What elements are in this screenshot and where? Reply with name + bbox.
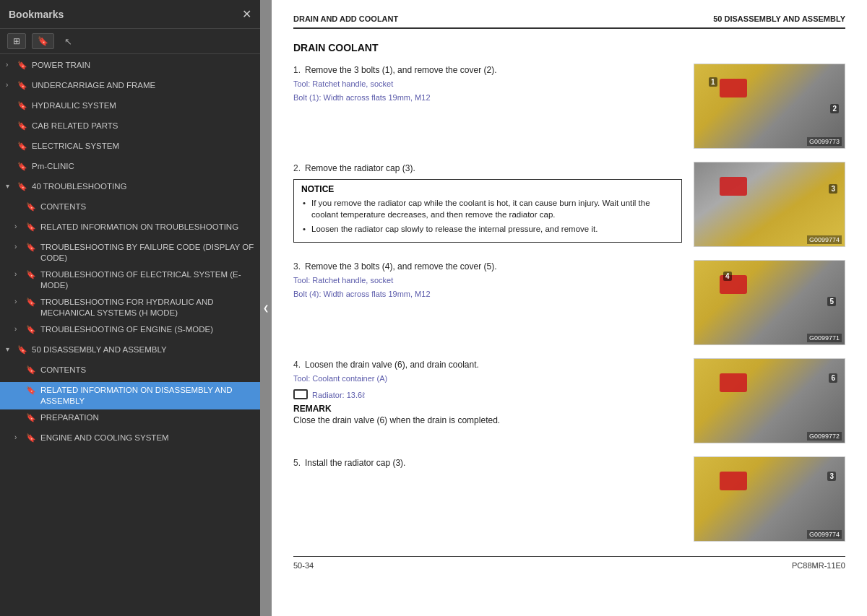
bookmark-tag-button[interactable]: 🔖	[32, 33, 54, 49]
section-title: DRAIN COOLANT	[293, 42, 845, 53]
image-code-label: G0099771	[807, 334, 842, 342]
sidebar-item-electrical[interactable]: 🔖ELECTRICAL SYSTEM	[0, 138, 260, 158]
bookmark-icon-disassembly: 🔖	[17, 345, 27, 355]
header-right: 50 DISASSEMBLY AND ASSEMBLY	[713, 14, 845, 23]
sidebar-item-disassembly[interactable]: ▾🔖50 DISASSEMBLY AND ASSEMBLY	[0, 342, 260, 362]
expand-arrow-ts-failure[interactable]: ›	[14, 243, 25, 251]
bookmark-icon-power-train: 🔖	[17, 61, 27, 70]
cursor-icon: ↖	[64, 36, 72, 47]
step-desc-5: 5.Install the radiator cap (3).	[293, 456, 682, 469]
sidebar-item-undercarriage[interactable]: ›🔖UNDERCARRIAGE AND FRAME	[0, 77, 260, 97]
bookmark-icon-ts-related: 🔖	[26, 222, 36, 232]
radiator-value: Radiator: 13.6ℓ	[312, 389, 365, 402]
bookmark-tree: ›🔖POWER TRAIN›🔖UNDERCARRIAGE AND FRAME🔖H…	[0, 54, 260, 616]
bookmark-grid-button[interactable]: ⊞	[7, 33, 26, 49]
bookmark-icon-da-related: 🔖	[26, 386, 36, 395]
step-text-1: 1.Remove the 3 bolts (1), and remove the…	[293, 64, 682, 149]
image-number-label: 2	[830, 104, 839, 113]
sidebar-item-hydraulic[interactable]: 🔖HYDRAULIC SYSTEM	[0, 97, 260, 118]
step-desc-1: 1.Remove the 3 bolts (1), and remove the…	[293, 64, 682, 77]
sidebar-label-undercarriage: UNDERCARRIAGE AND FRAME	[32, 80, 254, 91]
sidebar-item-da-contents[interactable]: 🔖CONTENTS	[0, 362, 260, 382]
expand-arrow-ts-related[interactable]: ›	[14, 222, 25, 230]
sidebar-item-ts-contents[interactable]: 🔖CONTENTS	[0, 199, 260, 219]
sidebar-label-power-train: POWER TRAIN	[32, 60, 254, 71]
sidebar: Bookmarks ✕ ⊞ 🔖 ↖ ›🔖POWER TRAIN›🔖UNDERCA…	[0, 0, 260, 616]
sidebar-item-pm-clinic[interactable]: 🔖Pm-CLINIC	[0, 158, 260, 178]
sidebar-item-da-preparation[interactable]: 🔖PREPARATION	[0, 409, 260, 430]
notice-box: NOTICEIf you remove the radiator cap whi…	[293, 179, 682, 243]
expand-arrow-power-train[interactable]: ›	[6, 61, 16, 69]
sidebar-item-ts-electrical[interactable]: ›🔖TROUBLESHOOTING OF ELECTRICAL SYSTEM (…	[0, 266, 260, 294]
remark-text: Close the drain valve (6) when the drain…	[293, 415, 500, 425]
sidebar-collapse-handle[interactable]: ❮	[260, 0, 272, 616]
step-block-3: 3.Remove the 3 bolts (4), and remove the…	[293, 260, 845, 345]
bookmark-icon-ts-engine: 🔖	[26, 325, 36, 334]
expand-arrow-ts-hydraulic[interactable]: ›	[14, 298, 25, 305]
step-detail: Bolt (4): Width across flats 19mm, M12	[293, 288, 682, 300]
header-left: DRAIN AND ADD COOLANT	[293, 14, 398, 23]
image-code-label: G0099774	[807, 530, 842, 539]
sidebar-item-da-engine[interactable]: ›🔖ENGINE AND COOLING SYSTEM	[0, 430, 260, 450]
sidebar-item-cab[interactable]: 🔖CAB RELATED PARTS	[0, 118, 260, 138]
image-code-label: G0099772	[807, 432, 842, 441]
sidebar-item-power-train[interactable]: ›🔖POWER TRAIN	[0, 57, 260, 77]
step-detail: Tool: Ratchet handle, socket	[293, 274, 682, 287]
footer-page: 50-34	[293, 561, 314, 570]
sidebar-item-da-related[interactable]: 🔖RELATED INFORMATION ON DISASSEMBLY AND …	[0, 382, 260, 409]
expand-arrow-undercarriage[interactable]: ›	[6, 81, 16, 89]
step-block-4: 4.Loosen the drain valve (6), and drain …	[293, 358, 845, 443]
sidebar-toolbar: ⊞ 🔖 ↖	[0, 29, 260, 54]
bookmark-icon-undercarriage: 🔖	[17, 81, 27, 90]
step-block-2: 2.Remove the radiator cap (3). NOTICEIf …	[293, 162, 845, 247]
step-desc-4: 4.Loosen the drain valve (6), and drain …	[293, 358, 682, 371]
bookmark-icon-electrical: 🔖	[17, 142, 27, 151]
expand-arrow-disassembly[interactable]: ▾	[6, 345, 16, 353]
sidebar-label-da-preparation: PREPARATION	[40, 412, 254, 423]
sidebar-label-ts-electrical: TROUBLESHOOTING OF ELECTRICAL SYSTEM (E-…	[40, 269, 254, 291]
image-accent-shape	[720, 373, 747, 392]
sidebar-title: Bookmarks	[9, 9, 64, 20]
sidebar-item-ts-engine[interactable]: ›🔖TROUBLESHOOTING OF ENGINE (S-MODE)	[0, 321, 260, 342]
expand-arrow-troubleshooting[interactable]: ▾	[6, 182, 16, 190]
expand-arrow-da-engine[interactable]: ›	[14, 433, 25, 441]
step-text-5: 5.Install the radiator cap (3).	[293, 456, 682, 542]
step-image-2: 3G0099774	[694, 162, 845, 247]
sidebar-label-pm-clinic: Pm-CLINIC	[32, 161, 254, 172]
bookmark-icon-pm-clinic: 🔖	[17, 162, 27, 171]
bookmark-icon-cab: 🔖	[17, 121, 27, 131]
sidebar-label-ts-related: RELATED INFORMATION ON TROUBLESHOOTING	[40, 222, 254, 233]
sidebar-label-cab: CAB RELATED PARTS	[32, 121, 254, 131]
image-number-label: 3	[829, 184, 837, 194]
step-desc-2: 2.Remove the radiator cap (3).	[293, 162, 682, 175]
step-image-1: 12G0099773	[694, 64, 845, 149]
step-text-4: 4.Loosen the drain valve (6), and drain …	[293, 358, 682, 443]
expand-arrow-ts-electrical[interactable]: ›	[14, 270, 25, 278]
coolant-container-icon	[293, 389, 308, 399]
bookmark-icon-da-contents: 🔖	[26, 365, 36, 375]
sidebar-item-ts-hydraulic[interactable]: ›🔖TROUBLESHOOTING FOR HYDRAULIC AND MECH…	[0, 294, 260, 321]
steps-container: 1.Remove the 3 bolts (1), and remove the…	[293, 64, 845, 542]
close-button[interactable]: ✕	[242, 7, 251, 21]
main-content: DRAIN AND ADD COOLANT 50 DISASSEMBLY AND…	[272, 0, 867, 616]
sidebar-label-hydraulic: HYDRAULIC SYSTEM	[32, 100, 254, 111]
image-accent-shape	[720, 177, 747, 196]
sidebar-item-ts-failure[interactable]: ›🔖TROUBLESHOOTING BY FAILURE CODE (DISPL…	[0, 239, 260, 266]
bookmark-icon-ts-hydraulic: 🔖	[26, 298, 36, 307]
expand-arrow-ts-engine[interactable]: ›	[14, 325, 25, 333]
step-detail: Tool: Ratchet handle, socket	[293, 78, 682, 90]
page-header: DRAIN AND ADD COOLANT 50 DISASSEMBLY AND…	[293, 14, 845, 29]
image-number-label: 4	[723, 272, 732, 281]
bookmark-icon-hydraulic: 🔖	[17, 101, 27, 110]
sidebar-item-troubleshooting[interactable]: ▾🔖40 TROUBLESHOOTING	[0, 178, 260, 199]
footer-doc: PC88MR-11E0	[792, 561, 845, 570]
sidebar-label-da-contents: CONTENTS	[40, 365, 254, 376]
sidebar-item-ts-related[interactable]: ›🔖RELATED INFORMATION ON TROUBLESHOOTING	[0, 219, 260, 239]
sidebar-label-electrical: ELECTRICAL SYSTEM	[32, 141, 254, 152]
image-number-label: 1	[709, 77, 717, 87]
sidebar-label-troubleshooting: 40 TROUBLESHOOTING	[32, 181, 254, 192]
sidebar-label-ts-hydraulic: TROUBLESHOOTING FOR HYDRAULIC AND MECHAN…	[40, 297, 254, 318]
step-detail: Bolt (1): Width across flats 19mm, M12	[293, 92, 682, 104]
step-text-3: 3.Remove the 3 bolts (4), and remove the…	[293, 260, 682, 345]
sidebar-label-ts-failure: TROUBLESHOOTING BY FAILURE CODE (DISPLAY…	[40, 242, 254, 264]
